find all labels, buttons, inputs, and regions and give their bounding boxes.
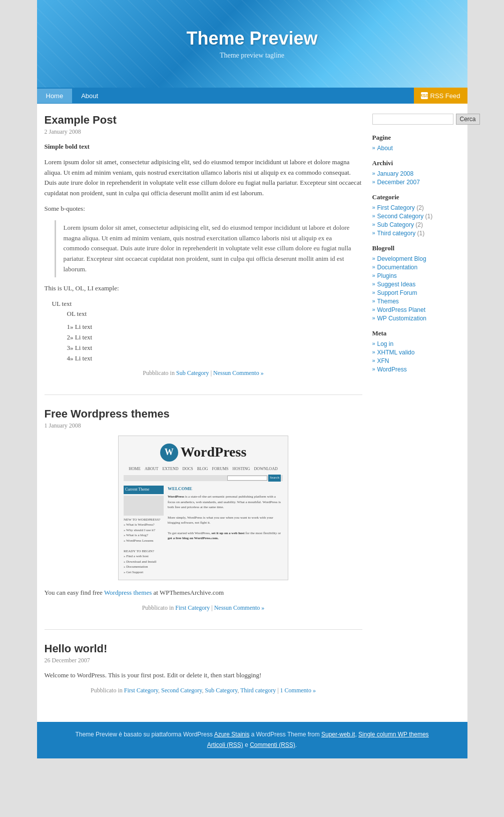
list-item: Suggest Ideas: [372, 281, 460, 288]
footer-superweb-link[interactable]: Super-web.it: [321, 731, 355, 738]
sidebar-meta-title: Meta: [372, 329, 460, 337]
sidebar-meta: Meta Log in XHTML valido XFN WordPress: [372, 329, 460, 373]
wp-search-field: [227, 476, 267, 481]
list-item: Documentation: [372, 264, 460, 271]
post-date: 2 January 2008: [45, 128, 362, 136]
post-footer-2: Pubblicato in First Category | Nessun Co…: [45, 604, 362, 612]
navigation: Home About RSS RSS Feed: [37, 88, 467, 104]
nav-home[interactable]: Home: [37, 89, 73, 103]
post-3-cat-1[interactable]: First Category: [124, 687, 158, 694]
meta-xfn[interactable]: XFN: [377, 357, 389, 364]
post-3-comments-link[interactable]: 1 Commento »: [280, 687, 316, 694]
search-input[interactable]: [372, 114, 453, 125]
post-3-cat-3[interactable]: Sub Category: [205, 687, 238, 694]
wp-nav-hosting: HOSTING: [232, 466, 250, 473]
footer-singlecol-link[interactable]: Single column WP themes: [358, 731, 429, 738]
cat-sub[interactable]: Sub Category: [377, 221, 414, 228]
wp-welcome-heading: WELCOME: [168, 486, 283, 493]
wp-welcome-text: WordPress is a state-of-the-art semantic…: [168, 494, 283, 510]
wp-screenshot: W WordPress HOME ABOUT EXTEND DOCS BLOG …: [118, 436, 288, 580]
list-item: Plugins: [372, 272, 460, 279]
wp-logo-icon: W: [160, 444, 178, 462]
sidebar-pagine: Pagine About: [372, 134, 460, 152]
footer-rss-comments[interactable]: Commenti (RSS): [250, 741, 295, 748]
search-button[interactable]: Cerca: [456, 114, 480, 125]
post-3-cat-4[interactable]: Third category: [240, 687, 276, 694]
list-item: Themes: [372, 298, 460, 305]
site-title: Theme Preview: [186, 28, 317, 49]
wp-logo-text: WordPress: [181, 441, 247, 464]
blogroll-themes[interactable]: Themes: [377, 298, 399, 305]
post-comments-link[interactable]: Nessun Commento »: [213, 369, 264, 376]
post-footer-3: Pubblicato in First Category, Second Cat…: [45, 687, 362, 694]
li-item-1: 1» Li text: [67, 322, 362, 332]
sidebar-meta-list: Log in XHTML valido XFN WordPress: [372, 340, 460, 373]
post-title-3: Hello world!: [45, 642, 362, 655]
wp-get-started-text: To get started with WordPress, set it up…: [168, 531, 283, 541]
pagine-about-link[interactable]: About: [377, 145, 393, 152]
wp-more-text: More simply, WordPress is what you use w…: [168, 515, 283, 526]
wp-nav-forums: FORUMS: [212, 466, 229, 473]
sidebar-archivi-title: Archivi: [372, 159, 460, 167]
li-item-2: 2» Li text: [67, 332, 362, 343]
sidebar-archivi-list: January 2008 December 2007: [372, 170, 460, 186]
wp-themes-link[interactable]: Wordpress themes: [104, 589, 152, 596]
sidebar-categorie-list: First Category (2) Second Category (1) S…: [372, 204, 460, 237]
post-category-link[interactable]: Sub Category: [176, 369, 209, 376]
list-item: December 2007: [372, 179, 460, 186]
post-date-2: 1 January 2008: [45, 422, 362, 430]
sidebar-blogroll: Blogroll Development Blog Documentation …: [372, 244, 460, 322]
wp-theme-preview: [124, 496, 164, 516]
list-item: XFN: [372, 357, 460, 364]
post-bold-heading: Simple bold text: [45, 143, 90, 150]
meta-xhtml[interactable]: XHTML valido: [377, 349, 415, 356]
list-item: About: [372, 145, 460, 152]
blogroll-dev[interactable]: Development Blog: [377, 255, 426, 262]
rss-label: RSS Feed: [430, 92, 460, 100]
post-3-cat-2[interactable]: Second Category: [161, 687, 202, 694]
meta-wp[interactable]: WordPress: [377, 366, 407, 373]
cat-third[interactable]: Third category: [377, 230, 416, 237]
wp-nav-download: DOWNLOAD: [254, 466, 278, 473]
post-divider-2: [45, 629, 362, 630]
post-title: Example Post: [45, 114, 362, 127]
cat-second[interactable]: Second Category: [377, 213, 424, 220]
ul-example: UL text OL text 1» Li text 2» Li text 3»…: [52, 299, 362, 364]
post-hello-world: Hello world! 26 December 2007 Welcome to…: [45, 642, 362, 694]
cat-count: (2): [415, 221, 423, 228]
wp-main-mini: WELCOME WordPress is a state-of-the-art …: [168, 486, 283, 575]
post-2-comments-link[interactable]: Nessun Commento »: [214, 604, 265, 611]
content-wrapper: Example Post 2 January 2008 Simple bold …: [37, 104, 467, 722]
footer-rss-articles[interactable]: Articoli (RSS): [207, 741, 243, 748]
cat-count: (2): [416, 204, 424, 211]
cat-count: (1): [417, 230, 425, 237]
meta-login[interactable]: Log in: [377, 340, 394, 347]
post-free-wp: Free Wordpress themes 1 January 2008 W W…: [45, 407, 362, 612]
blogroll-plugins[interactable]: Plugins: [377, 272, 397, 279]
wp-nav-about: ABOUT: [145, 466, 159, 473]
list-item: WordPress: [372, 366, 460, 373]
sidebar-pagine-list: About: [372, 145, 460, 152]
ul-text: UL text: [52, 299, 362, 309]
blogroll-suggest[interactable]: Suggest Ideas: [377, 281, 416, 288]
nav-about[interactable]: About: [72, 89, 107, 103]
rss-feed-link[interactable]: RSS RSS Feed: [414, 88, 467, 104]
wp-search-btn: Search: [268, 475, 281, 481]
cat-first[interactable]: First Category: [377, 204, 415, 211]
blogroll-wp-planet[interactable]: WordPress Planet: [377, 306, 426, 313]
post-content-3: Welcome to WordPress. This is your first…: [45, 670, 362, 681]
post-footer: Pubblicato in Sub Category | Nessun Comm…: [45, 369, 362, 377]
post-2-category-link[interactable]: First Category: [175, 604, 210, 611]
blogroll-support[interactable]: Support Forum: [377, 289, 417, 296]
wp-nav-docs: DOCS: [182, 466, 193, 473]
wp-nav-home: HOME: [129, 466, 141, 473]
archive-dec-2007[interactable]: December 2007: [377, 179, 420, 186]
footer-azure-link[interactable]: Azure Stainis: [214, 731, 250, 738]
archive-jan-2008[interactable]: January 2008: [377, 170, 414, 177]
post-title-2: Free Wordpress themes: [45, 407, 362, 421]
post-blockquote: Lorem ipsum dolor sit amet, consectetur …: [55, 220, 362, 277]
blogroll-docs[interactable]: Documentation: [377, 264, 418, 271]
list-item: Second Category (1): [372, 213, 460, 220]
sidebar-blogroll-list: Development Blog Documentation Plugins S…: [372, 255, 460, 322]
blogroll-wp-custom[interactable]: WP Customization: [377, 315, 426, 322]
